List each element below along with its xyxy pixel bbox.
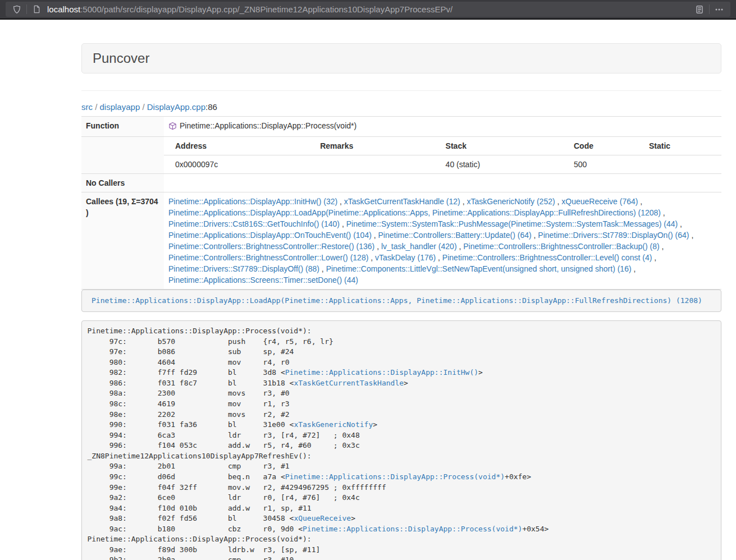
breadcrumb-link[interactable]: src xyxy=(81,102,93,112)
callee-separator: , xyxy=(368,253,375,262)
callee-link[interactable]: Pinetime::Drivers::Cst816S::GetTouchInfo… xyxy=(168,219,340,228)
disassembly: Pinetime::Applications::DisplayApp::Proc… xyxy=(81,320,721,560)
metric-value: 40 (static) xyxy=(435,155,563,174)
callee-separator: , xyxy=(337,197,344,206)
asm-symbol-link[interactable]: Pinetime::Applications::DisplayApp::Init… xyxy=(285,368,478,377)
callee-link[interactable]: Pinetime::Applications::DisplayApp::Load… xyxy=(168,208,661,217)
asm-symbol-link[interactable]: Pinetime::Applications::DisplayApp::Proc… xyxy=(303,525,522,533)
callee-separator: , xyxy=(660,242,664,251)
metric-value xyxy=(309,155,434,174)
callee-link[interactable]: Pinetime::Applications::Screens::Timer::… xyxy=(168,276,358,284)
callees-row: Callees (19, Σ=3704 ) Pinetime::Applicat… xyxy=(81,192,721,290)
browser-toolbar: localhost:5000/path/src/displayapp/Displ… xyxy=(0,0,736,20)
function-label: Function xyxy=(81,117,164,137)
callee-separator: , xyxy=(632,264,636,273)
highlighted-callee-box: Pinetime::Applications::DisplayApp::Load… xyxy=(81,290,721,312)
metrics-table: AddressRemarksStackCodeStatic 0x0000097c… xyxy=(164,137,721,173)
callee-separator: , xyxy=(689,231,694,240)
section-divider xyxy=(81,90,721,91)
breadcrumb: src / displayapp / DisplayApp.cpp:86 xyxy=(81,102,721,112)
shield-icon[interactable] xyxy=(11,3,23,16)
callee-separator: , xyxy=(372,231,378,240)
callee-separator: , xyxy=(661,208,665,217)
callee-separator: , xyxy=(460,197,467,206)
callees-cell: Pinetime::Applications::DisplayApp::Init… xyxy=(164,192,721,290)
urlbar-divider-2 xyxy=(709,4,710,14)
asm-symbol-link[interactable]: xTaskGenericNotify xyxy=(294,420,373,429)
callee-separator: , xyxy=(436,253,442,262)
breadcrumb-link[interactable]: DisplayApp.cpp xyxy=(147,102,205,112)
highlighted-callee-link[interactable]: Pinetime::Applications::DisplayApp::Load… xyxy=(92,296,702,305)
metrics-value-row: 0x0000097c40 (static)500 xyxy=(164,155,721,174)
url-path: :5000/path/src/displayapp/DisplayApp.cpp… xyxy=(80,4,452,14)
callee-separator: , xyxy=(652,253,656,262)
callee-link[interactable]: Pinetime::Controllers::BrightnessControl… xyxy=(463,242,659,251)
callee-link[interactable]: Pinetime::Controllers::BrightnessControl… xyxy=(168,253,368,262)
callee-link[interactable]: Pinetime::Components::LittleVgl::SetNewT… xyxy=(326,264,632,273)
function-table: Function Pinetime::Applications::Display… xyxy=(81,116,721,290)
column-header: Code xyxy=(563,137,638,155)
metrics-row-label xyxy=(81,137,164,174)
site-title-panel: Puncover xyxy=(81,43,721,74)
metrics-row: AddressRemarksStackCodeStatic 0x0000097c… xyxy=(81,137,721,174)
breadcrumb-link[interactable]: displayapp xyxy=(100,102,140,112)
callee-separator: , xyxy=(555,197,562,206)
page-info-icon[interactable] xyxy=(30,3,43,16)
callee-link[interactable]: xTaskGetCurrentTaskHandle (12) xyxy=(344,197,460,206)
page-actions-icon[interactable] xyxy=(713,3,725,16)
callee-separator: , xyxy=(532,231,538,240)
column-header: Static xyxy=(638,137,721,155)
callee-link[interactable]: Pinetime::Drivers::St7789::DisplayOff() … xyxy=(168,264,319,273)
callee-link[interactable]: Pinetime::System::SystemTask::PushMessag… xyxy=(346,219,678,228)
callee-link[interactable]: vTaskDelay (176) xyxy=(375,253,436,262)
callee-link[interactable]: Pinetime::Controllers::BrightnessControl… xyxy=(168,242,374,251)
function-name-cell: Pinetime::Applications::DisplayApp::Proc… xyxy=(164,117,721,137)
callee-link[interactable]: xTaskGenericNotify (252) xyxy=(467,197,555,206)
breadcrumb-line-number: :86 xyxy=(205,102,217,112)
asm-symbol-link[interactable]: xTaskGetCurrentTaskHandle xyxy=(294,379,404,387)
callee-link[interactable]: Pinetime::Drivers::St7789::DisplayOn() (… xyxy=(538,231,689,240)
callee-link[interactable]: Pinetime::Controllers::BrightnessControl… xyxy=(442,253,652,262)
column-header: Remarks xyxy=(309,137,434,155)
breadcrumb-separator: / xyxy=(140,102,147,112)
metric-value xyxy=(638,155,721,174)
callee-separator: , xyxy=(638,197,642,206)
callee-link[interactable]: xQueueReceive (764) xyxy=(561,197,638,206)
reader-mode-icon[interactable] xyxy=(693,3,706,16)
callee-separator: , xyxy=(319,264,326,273)
asm-symbol-link[interactable]: xQueueReceive xyxy=(294,514,351,522)
method-cube-icon xyxy=(168,122,177,133)
urlbar-divider xyxy=(26,4,27,14)
metrics-cell: AddressRemarksStackCodeStatic 0x0000097c… xyxy=(164,137,721,174)
no-callers-label: No Callers xyxy=(81,174,164,192)
callee-link[interactable]: lv_task_handler (420) xyxy=(381,242,457,251)
callee-separator: , xyxy=(340,219,346,228)
metric-value: 0x0000097c xyxy=(164,155,309,174)
callee-separator: , xyxy=(678,219,682,228)
metrics-header-row: AddressRemarksStackCodeStatic xyxy=(164,137,721,155)
url-host: localhost xyxy=(47,4,80,14)
no-callers-cell xyxy=(164,174,721,192)
callee-separator: , xyxy=(457,242,464,251)
function-name: Pinetime::Applications::DisplayApp::Proc… xyxy=(180,121,356,130)
callee-link[interactable]: Pinetime::Controllers::Battery::Update()… xyxy=(378,231,532,240)
column-header: Stack xyxy=(435,137,563,155)
asm-symbol-link[interactable]: Pinetime::Applications::DisplayApp::Proc… xyxy=(285,472,505,481)
no-callers-row: No Callers xyxy=(81,174,721,192)
site-title: Puncover xyxy=(93,51,710,66)
metric-value: 500 xyxy=(563,155,638,174)
callees-label: Callees (19, Σ=3704 ) xyxy=(81,192,164,290)
breadcrumb-separator: / xyxy=(93,102,100,112)
callee-link[interactable]: Pinetime::Applications::DisplayApp::OnTo… xyxy=(168,231,372,240)
callee-separator: , xyxy=(374,242,381,251)
column-header: Address xyxy=(164,137,309,155)
page-content: Puncover src / displayapp / DisplayApp.c… xyxy=(81,43,721,560)
url-text[interactable]: localhost:5000/path/src/displayapp/Displ… xyxy=(47,4,688,14)
callee-link[interactable]: Pinetime::Applications::DisplayApp::Init… xyxy=(168,197,337,206)
function-row: Function Pinetime::Applications::Display… xyxy=(81,117,721,137)
url-bar[interactable]: localhost:5000/path/src/displayapp/Displ… xyxy=(6,2,730,17)
